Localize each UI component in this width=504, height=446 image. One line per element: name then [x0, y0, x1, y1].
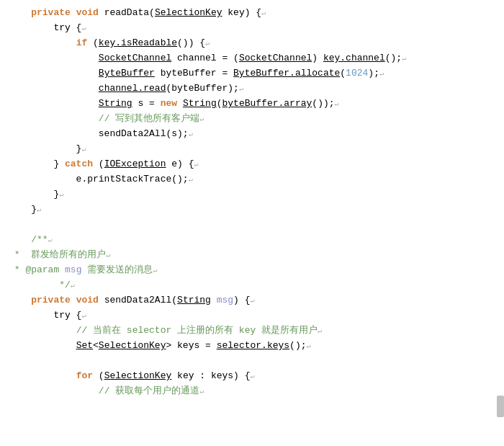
code-line: */↵ — [0, 278, 504, 293]
code-line: }↵ — [0, 187, 504, 202]
code-line: }↵ — [0, 202, 504, 218]
code-line: // 获取每个用户的通道↵ — [0, 384, 504, 399]
code-line: }↵ — [0, 142, 504, 157]
code-line: e.printStackTrace();↵ — [0, 172, 504, 187]
scrollbar[interactable] — [497, 396, 504, 417]
code-line: // 当前在 selector 上注册的所有 key 就是所有用户↵ — [0, 324, 504, 339]
code-line: sendData2All(s);↵ — [0, 127, 504, 142]
code-line: try {↵ — [0, 21, 504, 36]
code-line: } catch (IOException e) {↵ — [0, 157, 504, 172]
code-line: if (key.isReadable()) {↵ — [0, 36, 504, 51]
code-line: * @param msg 需要发送的消息↵ — [0, 263, 504, 278]
code-content: private void readData(SelectionKey key) … — [0, 6, 504, 399]
code-line — [0, 218, 504, 233]
code-line: for (SelectionKey key : keys) {↵ — [0, 369, 504, 384]
code-line: * 群发给所有的用户↵ — [0, 248, 504, 263]
code-line: private void sendData2All(String msg) {↵ — [0, 293, 504, 308]
code-line: String s = new String(byteBuffer.array()… — [0, 97, 504, 112]
code-line: SocketChannel channel = (SocketChannel) … — [0, 51, 504, 66]
code-line: try {↵ — [0, 308, 504, 324]
code-line — [0, 354, 504, 369]
code-line: /**↵ — [0, 233, 504, 248]
code-line: Set<SelectionKey> keys = selector.keys()… — [0, 339, 504, 354]
code-line: private void readData(SelectionKey key) … — [0, 6, 504, 21]
code-line: channel.read(byteBuffer);↵ — [0, 81, 504, 97]
code-line: // 写到其他所有客户端↵ — [0, 112, 504, 127]
code-editor: private void readData(SelectionKey key) … — [0, 0, 504, 446]
code-line: ByteBuffer byteBuffer = ByteBuffer.alloc… — [0, 66, 504, 81]
